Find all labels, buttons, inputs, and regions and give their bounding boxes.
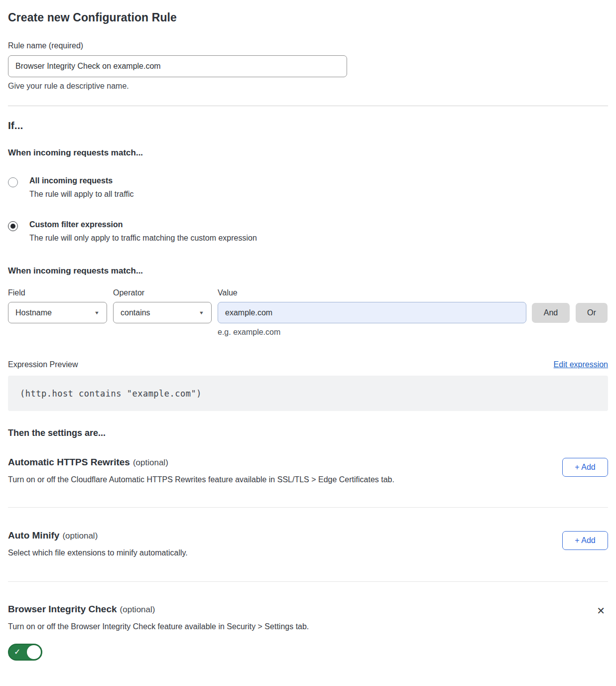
setting-title: Automatic HTTPS Rewrites (8, 457, 130, 467)
match-type-radio-group: All incoming requests The rule will appl… (8, 176, 608, 243)
section-divider (8, 581, 608, 582)
radio-label: All incoming requests (29, 176, 134, 185)
setting-browser-integrity-check: Browser Integrity Check(optional) Turn o… (8, 604, 608, 661)
operator-select-value: contains (121, 308, 150, 317)
expression-preview-code: (http.host contains "example.com") (8, 376, 608, 411)
expression-preview-header: Expression Preview Edit expression (8, 360, 608, 369)
setting-title: Browser Integrity Check (8, 604, 117, 614)
setting-optional-tag: (optional) (133, 458, 168, 467)
setting-description: Turn on or off the Cloudflare Automatic … (8, 475, 394, 484)
chevron-down-icon: ▼ (199, 310, 204, 315)
field-column-label: Field (8, 288, 107, 297)
toggle-knob (27, 645, 41, 659)
radio-description: The rule will apply to all traffic (29, 190, 134, 199)
setting-optional-tag: (optional) (120, 605, 155, 614)
settings-heading: Then the settings are... (8, 428, 608, 438)
setting-description: Select which file extensions to minify a… (8, 549, 188, 557)
match-subheading: When incoming requests match... (8, 148, 608, 158)
browser-integrity-check-toggle[interactable]: ✓ (8, 644, 42, 661)
radio-description: The rule will only apply to traffic matc… (29, 234, 257, 243)
add-automatic-https-rewrites-button[interactable]: + Add (562, 458, 608, 477)
setting-title: Auto Minify (8, 530, 59, 541)
value-column-label: Value (218, 288, 526, 297)
radio-button-unselected[interactable] (8, 177, 18, 187)
create-configuration-rule-form: Create new Configuration Rule Rule name … (0, 0, 616, 673)
top-divider (8, 106, 608, 106)
radio-option-all-requests[interactable]: All incoming requests The rule will appl… (8, 176, 608, 199)
field-select[interactable]: Hostname ▼ (8, 302, 107, 323)
rule-name-label: Rule name (required) (8, 41, 608, 50)
if-heading: If... (8, 120, 608, 132)
radio-label: Custom filter expression (29, 220, 257, 229)
builder-subheading: When incoming requests match... (8, 266, 608, 276)
operator-select[interactable]: contains ▼ (113, 302, 212, 323)
radio-option-custom-filter[interactable]: Custom filter expression The rule will o… (8, 220, 608, 243)
setting-auto-minify: Auto Minify(optional) Select which file … (8, 530, 608, 557)
rule-name-input[interactable] (8, 55, 347, 77)
rule-name-help: Give your rule a descriptive name. (8, 82, 608, 91)
edit-expression-link[interactable]: Edit expression (554, 360, 608, 369)
builder-column-labels: Field Operator Value (8, 288, 608, 297)
operator-column-label: Operator (113, 288, 212, 297)
section-divider (8, 507, 608, 508)
field-select-value: Hostname (15, 308, 52, 317)
page-title: Create new Configuration Rule (8, 11, 608, 24)
rule-name-section: Rule name (required) Give your rule a de… (8, 41, 608, 91)
value-help-text: e.g. example.com (218, 328, 608, 337)
radio-button-selected[interactable] (8, 221, 18, 231)
check-icon: ✓ (14, 647, 20, 657)
setting-optional-tag: (optional) (62, 531, 98, 541)
and-button[interactable]: And (532, 303, 570, 323)
expression-builder-row: Hostname ▼ contains ▼ And Or (8, 302, 608, 323)
or-button[interactable]: Or (576, 303, 608, 323)
add-auto-minify-button[interactable]: + Add (562, 531, 608, 550)
setting-description: Turn on or off the Browser Integrity Che… (8, 622, 309, 631)
expression-preview-label: Expression Preview (8, 360, 78, 369)
chevron-down-icon: ▼ (94, 310, 100, 315)
value-input[interactable] (218, 302, 526, 323)
setting-automatic-https-rewrites: Automatic HTTPS Rewrites(optional) Turn … (8, 457, 608, 484)
close-icon[interactable]: ✕ (594, 605, 608, 617)
